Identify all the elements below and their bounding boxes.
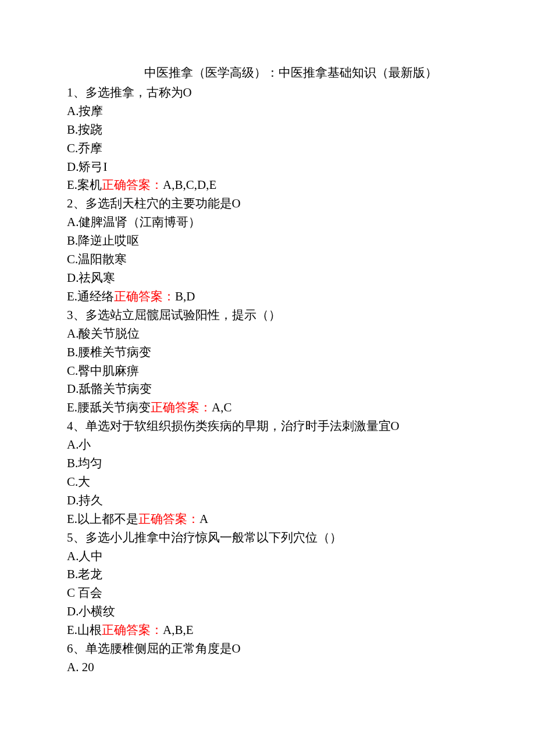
question-option: D.舐骼关节病变 [67, 380, 468, 399]
question-option: A.酸关节脱位 [67, 325, 468, 343]
question-option: B.老龙 [67, 565, 468, 584]
question-option: B.降逆止哎呕 [67, 232, 468, 250]
question-option: B.腰椎关节病变 [67, 343, 468, 362]
question-stem: 5、多选小儿推拿中治疗惊风一般常以下列穴位（） [67, 529, 468, 547]
answer-label: 正确答案： [151, 400, 212, 414]
question-option: C.乔摩 [67, 139, 468, 158]
question-option: A.按摩 [67, 102, 468, 121]
answer-value: B,D [175, 289, 195, 303]
question-option: A.人中 [67, 547, 468, 566]
answer-label: 正确答案： [102, 178, 163, 192]
question-stem: 3、多选站立屈髋屈试验阳性，提示（） [67, 306, 468, 325]
question-option-with-answer: E.以上都不是正确答案：A [67, 510, 468, 529]
question-option-with-answer: E.腰舐关节病变正确答案：A,C [67, 399, 468, 417]
last-option-text: E.案机 [67, 178, 102, 192]
question-option: C.温阳散寒 [67, 250, 468, 269]
question-option: C.臀中肌麻痹 [67, 362, 468, 381]
question-option: B.按跷 [67, 121, 468, 139]
answer-value: A,B,E [163, 623, 194, 637]
question-option: D.持久 [67, 492, 468, 510]
question-option: C 百会 [67, 584, 468, 603]
answer-label: 正确答案： [102, 623, 163, 637]
last-option-text: E.以上都不是 [67, 512, 138, 526]
question-option: A.小 [67, 436, 468, 454]
question-stem: 4、单选对于软组织损伤类疾病的早期，治疗时手法刺激量宜O [67, 417, 468, 436]
last-option-text: E.山根 [67, 623, 102, 637]
question-option: D.祛风寒 [67, 269, 468, 288]
question-option-with-answer: E.山根正确答案：A,B,E [67, 621, 468, 640]
question-option: A. 20 [67, 658, 468, 677]
answer-label: 正确答案： [114, 289, 175, 303]
question-option: A.健脾温肾（江南博哥） [67, 213, 468, 232]
answer-value: A,C [212, 400, 231, 414]
question-stem: 1、多选推拿，古称为O [67, 84, 468, 102]
answer-value: A [199, 512, 208, 526]
document-body: 1、多选推拿，古称为OA.按摩B.按跷C.乔摩D.矫弓IE.案机正确答案：A,B… [67, 84, 468, 677]
question-option: B.均匀 [67, 454, 468, 473]
question-stem: 6、单选腰椎侧屈的正常角度是O [67, 640, 468, 658]
last-option-text: E.腰舐关节病变 [67, 400, 151, 414]
last-option-text: E.通经络 [67, 289, 114, 303]
question-option: D.矫弓I [67, 158, 468, 177]
answer-value: A,B,C,D,E [163, 178, 216, 192]
question-option-with-answer: E.通经络正确答案：B,D [67, 288, 468, 306]
question-option-with-answer: E.案机正确答案：A,B,C,D,E [67, 176, 468, 195]
question-stem: 2、多选刮天柱穴的主要功能是O [67, 195, 468, 213]
question-option: D.小横纹 [67, 603, 468, 621]
question-option: C.大 [67, 473, 468, 492]
answer-label: 正确答案： [138, 512, 199, 526]
document-title: 中医推拿（医学高级）：中医推拿基础知识（最新版） [67, 64, 468, 83]
